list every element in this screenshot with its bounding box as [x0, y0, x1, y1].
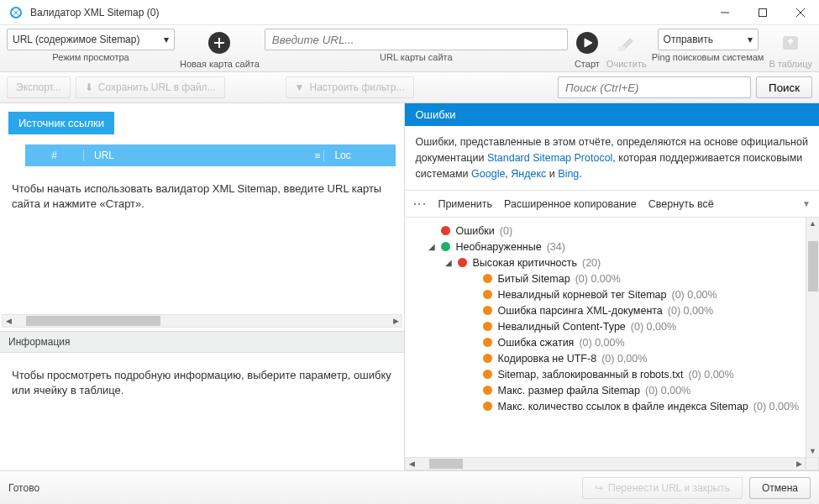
- main-area: Источник ссылки # URL Loc Чтобы начать и…: [0, 103, 819, 470]
- tree-count: (34): [547, 241, 565, 253]
- main-toolbar: URL (содержимое Sitemap) ▾ Режим просмот…: [0, 25, 819, 72]
- export-button[interactable]: Экспорт...: [7, 76, 71, 98]
- tree-label: Невалидный Content-Type: [497, 321, 625, 333]
- tree-node[interactable]: Ошибка парсинга XML-документа (0) 0,00%: [412, 302, 799, 318]
- tree-actions: ⋮ Применить Расширенное копирование Свер…: [405, 191, 819, 218]
- left-panel: Источник ссылки # URL Loc Чтобы начать и…: [0, 103, 405, 470]
- clear-button[interactable]: [612, 29, 641, 57]
- tree-label: Ошибки: [455, 225, 494, 237]
- close-button[interactable]: [781, 0, 819, 25]
- footer: Готово ↪ Перенести URL и закрыть Отмена: [0, 470, 819, 504]
- view-mode-label: Режим просмотра: [52, 52, 129, 62]
- status-dot-icon: [483, 274, 492, 283]
- titlebar: Валидатор XML Sitemap (0): [0, 0, 819, 25]
- left-tab[interactable]: Источник ссылки: [8, 112, 114, 134]
- download-icon: ⬇: [85, 81, 93, 93]
- to-table-button[interactable]: [776, 29, 805, 57]
- tree-count: (0) 0,00%: [631, 321, 676, 333]
- send-label: Ping поисковым системам: [652, 52, 764, 62]
- status-dot-icon: [441, 242, 450, 251]
- tree-node[interactable]: Невалидный Content-Type (0) 0,00%: [412, 318, 799, 334]
- tree-node[interactable]: Макс. размер файла Sitemap (0) 0,00%: [412, 382, 799, 398]
- tree-label: Ошибка парсинга XML-документа: [497, 305, 662, 317]
- errors-tab[interactable]: Ошибки: [405, 103, 819, 126]
- tree-node[interactable]: Ошибки (0): [412, 223, 799, 239]
- url-input-label: URL карты сайта: [380, 52, 453, 62]
- arrow-right-icon: ↪: [595, 482, 603, 494]
- tree-count: (0) 0,00%: [668, 305, 713, 317]
- tree-count: (0) 0,00%: [688, 369, 733, 381]
- chevron-down-icon: ▾: [164, 34, 169, 45]
- tree-node[interactable]: Битый Sitemap (0) 0,00%: [412, 270, 799, 286]
- col-url[interactable]: URL: [84, 150, 324, 161]
- cancel-button[interactable]: Отмена: [749, 477, 811, 499]
- tree-node[interactable]: Кодировка не UTF-8 (0) 0,00%: [412, 350, 799, 366]
- tree-label: Высокая критичность: [472, 257, 577, 269]
- svg-rect-2: [759, 8, 766, 16]
- search-input[interactable]: [558, 76, 751, 98]
- tree-label: Кодировка не UTF-8: [497, 353, 596, 365]
- new-sitemap-button[interactable]: [205, 29, 234, 57]
- tree-label: Невалидный корневой тег Sitemap: [497, 289, 666, 301]
- tree-node[interactable]: Ошибка сжатия (0) 0,00%: [412, 334, 799, 350]
- save-url-button[interactable]: ⬇ Сохранить URL в файл...: [76, 76, 225, 98]
- tree-count: (20): [582, 257, 601, 269]
- more-icon[interactable]: ⋮: [412, 197, 428, 210]
- copy-action[interactable]: Расширенное копирование: [504, 198, 637, 210]
- search-button[interactable]: Поиск: [756, 76, 812, 98]
- left-hscrollbar[interactable]: ◀▶: [2, 314, 402, 328]
- view-mode-value: URL (содержимое Sitemap): [13, 34, 139, 45]
- tree-node[interactable]: ◢Необнаруженные (34): [412, 239, 799, 255]
- status-dot-icon: [483, 370, 492, 379]
- chevron-down-icon: ▾: [748, 34, 753, 45]
- collapse-action[interactable]: Свернуть всё: [648, 198, 714, 210]
- start-button[interactable]: [573, 29, 601, 57]
- table-header: # URL Loc: [25, 144, 396, 166]
- tree-node[interactable]: Невалидный корневой тег Sitemap (0) 0,00…: [412, 286, 799, 302]
- bing-link[interactable]: Bing: [558, 168, 579, 180]
- status-text: Готово: [8, 482, 39, 494]
- minimize-button[interactable]: [706, 0, 743, 25]
- svg-rect-7: [618, 46, 625, 51]
- apply-action[interactable]: Применить: [438, 198, 492, 210]
- col-loc[interactable]: Loc: [324, 150, 396, 161]
- maximize-button[interactable]: [743, 0, 781, 25]
- chevron-down-icon[interactable]: ▼: [802, 199, 811, 208]
- status-dot-icon: [441, 226, 450, 235]
- status-dot-icon: [458, 258, 467, 267]
- right-hscrollbar[interactable]: ◀▶: [405, 457, 806, 470]
- col-index[interactable]: #: [25, 150, 84, 161]
- url-input[interactable]: [265, 29, 568, 50]
- send-value: Отправить: [664, 34, 714, 45]
- tree-label: Битый Sitemap: [497, 273, 570, 285]
- view-mode-dropdown[interactable]: URL (содержимое Sitemap) ▾: [7, 29, 175, 50]
- tree-count: (0) 0,00%: [601, 353, 647, 365]
- status-dot-icon: [483, 354, 492, 363]
- left-hint: Чтобы начать использовать валидатор XML …: [0, 166, 404, 227]
- status-dot-icon: [483, 322, 492, 331]
- tree-label: Sitemap, заблокированный в robots.txt: [497, 369, 683, 381]
- tree-node[interactable]: Sitemap, заблокированный в robots.txt (0…: [412, 366, 799, 382]
- tree-count: (0) 0,00%: [575, 273, 621, 285]
- status-dot-icon: [483, 338, 492, 347]
- tree-count: (0): [500, 225, 512, 237]
- tree-count: (0) 0,00%: [645, 385, 690, 396]
- tree-count: (0) 0,00%: [753, 401, 799, 412]
- status-dot-icon: [483, 306, 492, 315]
- secondary-toolbar: Экспорт... ⬇ Сохранить URL в файл... ▼ Н…: [0, 72, 819, 103]
- tree-label: Макс. размер файла Sitemap: [497, 385, 640, 396]
- google-link[interactable]: Google: [471, 168, 505, 180]
- filter-button[interactable]: ▼ Настроить фильтр...: [286, 76, 414, 98]
- tree-label: Макс. количество ссылок в файле индекса …: [497, 401, 748, 412]
- transfer-button[interactable]: ↪ Перенести URL и закрыть: [582, 477, 743, 499]
- right-vscrollbar[interactable]: ▲▼: [806, 218, 819, 457]
- tree-node[interactable]: Макс. количество ссылок в файле индекса …: [412, 398, 799, 414]
- twisty-icon: ◢: [427, 242, 436, 251]
- info-header[interactable]: Информация: [0, 331, 404, 353]
- tree-node[interactable]: ◢Высокая критичность (20): [412, 255, 799, 270]
- start-label: Старт: [575, 59, 600, 69]
- send-dropdown[interactable]: Отправить ▾: [658, 29, 759, 50]
- protocol-link[interactable]: Standard Sitemap Protocol: [487, 152, 612, 164]
- yandex-link[interactable]: Яндекс: [511, 168, 546, 180]
- tree-label: Необнаруженные: [455, 241, 541, 253]
